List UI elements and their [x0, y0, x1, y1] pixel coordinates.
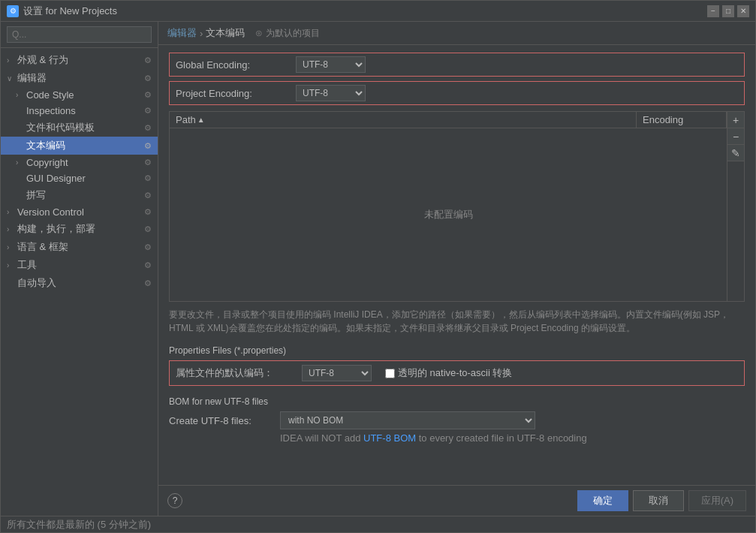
settings-icon: ⚙: [144, 242, 152, 252]
sidebar-item-editor[interactable]: ∨ 编辑器 ⚙: [1, 69, 158, 87]
window-icon: ⚙: [7, 5, 19, 17]
title-controls: − □ ✕: [707, 5, 749, 17]
properties-row: 属性文件的默认编码： UTF-8 UTF-16 ISO-8859-1 透明的 n…: [169, 360, 745, 386]
apply-button[interactable]: 应用(A): [688, 490, 746, 511]
add-path-button[interactable]: +: [727, 112, 744, 128]
bottom-bar: ? 确定 取消 应用(A): [158, 485, 755, 516]
sidebar-item-code-style[interactable]: › Code Style ⚙: [1, 87, 158, 103]
bottom-right: 确定 取消 应用(A): [577, 490, 746, 511]
settings-icon: ⚙: [144, 56, 152, 65]
sidebar-item-copyright[interactable]: › Copyright ⚙: [1, 155, 158, 170]
table-header: Path ▲ Encoding: [170, 112, 727, 128]
expand-arrow: ›: [7, 208, 16, 216]
sidebar-item-file-encodings[interactable]: 文本编码 ⚙: [1, 137, 158, 155]
settings-icon: ⚙: [144, 158, 152, 167]
sidebar-item-label: 拼写: [26, 188, 144, 202]
native-to-ascii-checkbox[interactable]: [385, 369, 395, 378]
properties-encoding-label: 属性文件的默认编码：: [176, 366, 296, 380]
window-title: 设置 for New Projects: [23, 5, 117, 18]
global-encoding-select[interactable]: UTF-8 UTF-16 ISO-8859-1 GBK: [296, 56, 366, 73]
help-button[interactable]: ?: [167, 493, 182, 508]
sidebar-item-build[interactable]: › 构建，执行，部署 ⚙: [1, 220, 158, 238]
main-content: › 外观 & 行为 ⚙ ∨ 编辑器 ⚙ › Code Style ⚙ Inspe…: [1, 22, 755, 516]
table-actions: + − ✎: [727, 112, 744, 301]
expand-arrow: ›: [7, 56, 16, 65]
right-panel: 编辑器 › 文本编码 ⊙ 为默认的项目 Global Encoding: UTF…: [158, 22, 755, 516]
bom-section-title: BOM for new UTF-8 files: [169, 396, 745, 407]
status-text: 所有文件都是最新的 (5 分钟之前): [7, 518, 151, 531]
bom-section: BOM for new UTF-8 files Create UTF-8 fil…: [169, 396, 745, 444]
table-main: Path ▲ Encoding 未配置编码: [170, 112, 727, 301]
remove-path-button[interactable]: −: [727, 128, 744, 145]
search-input[interactable]: [7, 26, 152, 43]
cancel-button[interactable]: 取消: [633, 490, 684, 511]
sidebar-item-languages[interactable]: › 语言 & 框架 ⚙: [1, 238, 158, 256]
bom-hint-suffix: to every created file in UTF-8 encoding: [416, 432, 587, 444]
settings-icon: ⚙: [144, 207, 152, 217]
close-button[interactable]: ✕: [737, 5, 749, 17]
sidebar-item-tools[interactable]: › 工具 ⚙: [1, 256, 158, 274]
status-bar: 所有文件都是最新的 (5 分钟之前): [1, 516, 755, 532]
sidebar: › 外观 & 行为 ⚙ ∨ 编辑器 ⚙ › Code Style ⚙ Inspe…: [1, 22, 158, 516]
settings-window: ⚙ 设置 for New Projects − □ ✕ › 外观 & 行为 ⚙ …: [0, 0, 756, 533]
breadcrumb-parent[interactable]: 编辑器: [167, 26, 197, 40]
bom-hint: IDEA will NOT add UTF-8 BOM to every cre…: [280, 432, 745, 444]
native-to-ascii-checkbox-item: 透明的 native-to-ascii 转换: [385, 366, 512, 380]
properties-section-title: Properties Files (*.properties): [169, 345, 745, 356]
bom-hint-prefix: IDEA will NOT add: [280, 432, 363, 444]
settings-icon: ⚙: [144, 260, 152, 270]
maximize-button[interactable]: □: [722, 5, 734, 17]
search-bar: [1, 22, 158, 48]
encoding-column-header[interactable]: Encoding: [637, 112, 727, 128]
bom-hint-link: UTF-8 BOM: [363, 432, 416, 444]
edit-path-button[interactable]: ✎: [727, 145, 744, 161]
breadcrumb-default-tag: ⊙ 为默认的项目: [255, 27, 319, 40]
description-text: 要更改文件，目录或整个项目使用的编码 IntelliJ IDEA，添加它的路径（…: [169, 308, 745, 335]
sidebar-item-label: Copyright: [26, 157, 144, 168]
path-column-header[interactable]: Path ▲: [170, 112, 637, 128]
settings-icon: ⚙: [144, 74, 152, 83]
sidebar-item-label: 语言 & 框架: [17, 240, 144, 254]
empty-table-text: 未配置编码: [424, 208, 473, 221]
breadcrumb-separator: ›: [200, 28, 203, 39]
bom-row: Create UTF-8 files: with NO BOM with BOM: [169, 411, 745, 429]
bom-select[interactable]: with NO BOM with BOM: [280, 411, 535, 429]
global-encoding-label: Global Encoding:: [176, 59, 296, 71]
settings-icon: ⚙: [144, 90, 152, 100]
expand-arrow: ›: [7, 243, 16, 251]
properties-encoding-select[interactable]: UTF-8 UTF-16 ISO-8859-1: [302, 365, 372, 381]
expand-arrow: ›: [7, 225, 16, 233]
path-encoding-table: Path ▲ Encoding 未配置编码 +: [169, 111, 745, 302]
native-to-ascii-label: 透明的 native-to-ascii 转换: [398, 366, 512, 380]
sidebar-item-label: Version Control: [17, 206, 144, 218]
breadcrumb: 编辑器 › 文本编码 ⊙ 为默认的项目: [158, 22, 755, 45]
sidebar-item-spelling[interactable]: 拼写 ⚙: [1, 186, 158, 204]
project-encoding-select[interactable]: UTF-8 UTF-16 ISO-8859-1 GBK: [296, 85, 366, 101]
title-bar-left: ⚙ 设置 for New Projects: [7, 5, 117, 18]
sidebar-item-version-control[interactable]: › Version Control ⚙: [1, 204, 158, 220]
settings-icon: ⚙: [144, 191, 152, 200]
expand-arrow: ›: [7, 261, 16, 270]
sidebar-item-file-code-templates[interactable]: 文件和代码模板 ⚙: [1, 119, 158, 137]
table-body: 未配置编码: [170, 128, 727, 301]
bom-label: Create UTF-8 files:: [169, 415, 274, 426]
expand-arrow: ›: [16, 91, 25, 99]
settings-icon: ⚙: [144, 173, 152, 183]
sort-icon: ▲: [197, 116, 205, 124]
content-area: Global Encoding: UTF-8 UTF-16 ISO-8859-1…: [158, 45, 755, 485]
expand-arrow: ∨: [7, 74, 16, 83]
project-encoding-label: Project Encoding:: [176, 88, 296, 99]
settings-icon: ⚙: [144, 279, 152, 288]
sidebar-item-auto-import[interactable]: 自动导入 ⚙: [1, 274, 158, 292]
sidebar-item-label: 构建，执行，部署: [17, 222, 144, 236]
sidebar-item-gui-designer[interactable]: GUI Designer ⚙: [1, 170, 158, 186]
ok-button[interactable]: 确定: [577, 490, 628, 511]
sidebar-item-inspections[interactable]: Inspections ⚙: [1, 103, 158, 119]
sidebar-item-label: 文本编码: [26, 139, 144, 152]
sidebar-item-appearance[interactable]: › 外观 & 行为 ⚙: [1, 51, 158, 69]
sidebar-item-label: 工具: [17, 258, 144, 272]
sidebar-item-label: 编辑器: [17, 71, 144, 85]
settings-icon: ⚙: [144, 123, 152, 133]
settings-icon: ⚙: [144, 106, 152, 116]
minimize-button[interactable]: −: [707, 5, 719, 17]
